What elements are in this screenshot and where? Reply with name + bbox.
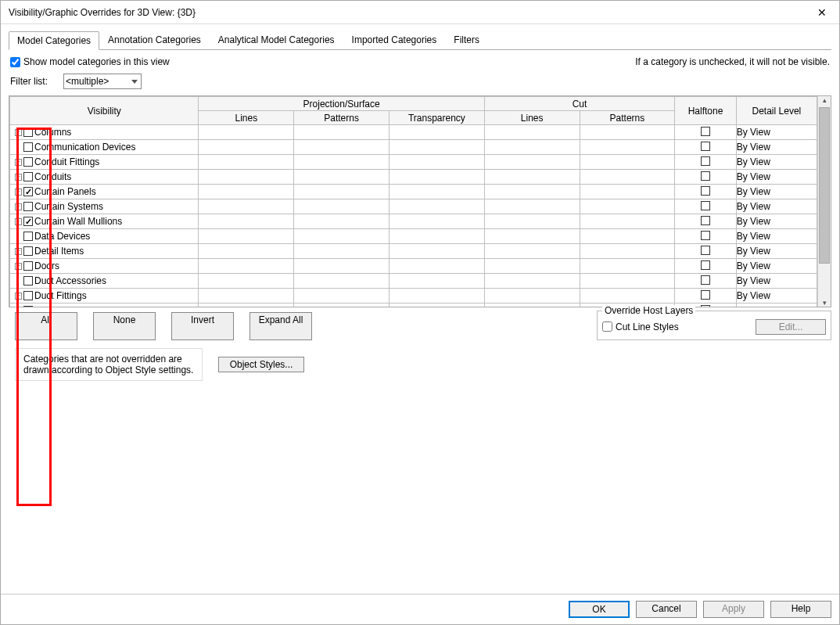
all-button[interactable]: All [15,312,77,340]
halftone-cell[interactable] [675,214,736,229]
visibility-checkbox[interactable] [23,291,33,300]
halftone-checkbox[interactable] [701,231,710,240]
cut-patterns-cell[interactable] [580,170,675,185]
detail-level-cell[interactable]: By View [736,125,817,140]
proj-lines-cell[interactable] [199,170,294,185]
proj-transparency-cell[interactable] [389,125,485,140]
table-row[interactable]: +Curtain Wall MullionsBy View [10,214,817,229]
proj-patterns-cell[interactable] [294,125,389,140]
cut-lines-cell[interactable] [484,214,580,229]
cut-lines-cell[interactable] [484,259,580,274]
detail-level-cell[interactable]: By View [736,289,817,304]
ok-button[interactable]: OK [569,601,630,618]
detail-level-cell[interactable]: By View [736,199,817,214]
help-button[interactable]: Help [770,601,831,618]
visibility-checkbox[interactable] [23,142,33,152]
detail-level-cell[interactable]: By View [736,304,817,307]
visibility-checkbox[interactable] [23,232,33,241]
proj-patterns-cell[interactable] [294,289,389,304]
expand-icon[interactable]: + [15,263,22,270]
apply-button[interactable]: Apply [703,601,764,618]
proj-patterns-cell[interactable] [294,214,389,229]
detail-level-cell[interactable]: By View [736,155,817,170]
edit-host-button[interactable]: Edit... [756,319,826,335]
proj-patterns-cell[interactable] [294,259,389,274]
cut-lines-cell[interactable] [484,304,580,307]
detail-level-cell[interactable]: By View [736,229,817,244]
cut-patterns-cell[interactable] [580,229,675,244]
proj-transparency-cell[interactable] [389,199,485,214]
proj-transparency-cell[interactable] [389,304,485,307]
detail-level-cell[interactable]: By View [736,170,817,185]
cut-patterns-cell[interactable] [580,199,675,214]
proj-patterns-cell[interactable] [294,229,389,244]
cut-patterns-cell[interactable] [580,244,675,259]
proj-lines-cell[interactable] [199,289,294,304]
expand-icon[interactable]: + [15,129,22,136]
expand-icon[interactable]: + [15,159,22,166]
cancel-button[interactable]: Cancel [636,601,697,618]
table-row[interactable]: Duct InsulationsBy View [10,304,817,307]
halftone-checkbox[interactable] [701,260,710,270]
halftone-cell[interactable] [675,125,736,140]
proj-transparency-cell[interactable] [389,259,485,274]
cut-lines-cell[interactable] [484,199,580,214]
scrollbar-thumb[interactable] [819,107,830,264]
proj-patterns-cell[interactable] [294,274,389,289]
cut-patterns-cell[interactable] [580,274,675,289]
table-row[interactable]: +ColumnsBy View [10,125,817,140]
halftone-checkbox[interactable] [701,201,710,210]
tab-analytical-model-categories[interactable]: Analytical Model Categories [210,31,343,49]
filter-select[interactable]: <multiple> [63,74,142,89]
detail-level-cell[interactable]: By View [736,214,817,229]
visibility-checkbox[interactable] [23,202,33,211]
halftone-checkbox[interactable] [701,305,710,307]
proj-lines-cell[interactable] [199,199,294,214]
halftone-checkbox[interactable] [701,186,710,196]
visibility-checkbox[interactable] [23,276,33,286]
visibility-checkbox[interactable] [23,261,33,271]
tab-filters[interactable]: Filters [445,31,488,49]
cut-lines-cell[interactable] [484,185,580,199]
table-row[interactable]: +Curtain PanelsBy View [10,185,817,199]
proj-transparency-cell[interactable] [389,170,485,185]
visibility-checkbox[interactable] [23,217,33,226]
halftone-cell[interactable] [675,274,736,289]
detail-level-cell[interactable]: By View [736,244,817,259]
halftone-cell[interactable] [675,155,736,170]
expand-icon[interactable]: + [15,189,22,196]
table-row[interactable]: +ConduitsBy View [10,170,817,185]
proj-transparency-cell[interactable] [389,289,485,304]
show-categories-checkbox[interactable]: Show model categories in this view [10,56,170,67]
halftone-cell[interactable] [675,185,736,199]
proj-patterns-cell[interactable] [294,155,389,170]
proj-lines-cell[interactable] [199,125,294,140]
visibility-checkbox[interactable] [23,187,33,196]
halftone-cell[interactable] [675,244,736,259]
cut-lines-cell[interactable] [484,170,580,185]
table-row[interactable]: +Curtain SystemsBy View [10,199,817,214]
detail-level-cell[interactable]: By View [736,185,817,199]
proj-transparency-cell[interactable] [389,185,485,199]
halftone-checkbox[interactable] [701,156,710,166]
cut-patterns-cell[interactable] [580,140,675,155]
vertical-scrollbar[interactable] [817,96,831,307]
cut-line-styles-input[interactable] [602,321,612,332]
halftone-checkbox[interactable] [701,246,710,255]
visibility-checkbox[interactable] [23,306,33,307]
cut-lines-cell[interactable] [484,274,580,289]
halftone-checkbox[interactable] [701,275,710,285]
halftone-checkbox[interactable] [701,127,710,136]
visibility-checkbox[interactable] [23,246,33,256]
visibility-checkbox[interactable] [23,172,33,181]
proj-lines-cell[interactable] [199,214,294,229]
table-row[interactable]: +Duct FittingsBy View [10,289,817,304]
cut-patterns-cell[interactable] [580,155,675,170]
cut-lines-cell[interactable] [484,229,580,244]
cut-lines-cell[interactable] [484,125,580,140]
visibility-checkbox[interactable] [23,128,33,137]
table-row[interactable]: Duct AccessoriesBy View [10,274,817,289]
proj-patterns-cell[interactable] [294,140,389,155]
proj-patterns-cell[interactable] [294,244,389,259]
tab-imported-categories[interactable]: Imported Categories [343,31,446,49]
